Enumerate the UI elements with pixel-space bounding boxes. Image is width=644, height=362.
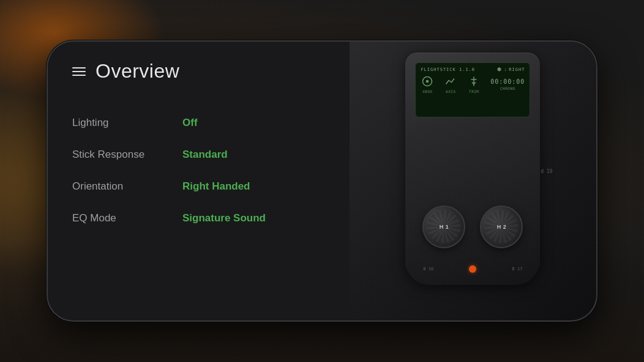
header: Overview [72,60,325,83]
trim-icon [468,76,479,87]
device-screen: FLIGHTSTICK 1.1.0 ⬢ ↓ RIGHT [415,62,530,117]
device-body: FLIGHTSTICK 1.1.0 ⬢ ↓ RIGHT [405,53,540,285]
hamburger-menu-button[interactable] [72,67,86,76]
setting-row-stick-response[interactable]: Stick Response Standard [72,139,325,171]
device-bottom: B 16 B 17 [405,265,540,273]
left-panel: Overview Lighting Off Stick Response Sta… [48,42,350,320]
settings-list: Lighting Off Stick Response Standard Ori… [72,107,325,234]
page-title: Overview [95,60,179,83]
svg-point-1 [426,80,429,83]
setting-label-stick-response: Stick Response [72,149,182,161]
setting-value-lighting: Off [182,117,198,129]
hamburger-line-3 [72,75,86,76]
setting-value-stick-response: Standard [182,149,228,161]
setting-label-eq-mode: EQ Mode [72,212,182,224]
setting-value-orientation: Right Handed [182,180,250,193]
device-screen-right: RIGHT [509,67,525,72]
phone-frame: Overview Lighting Off Stick Response Sta… [47,40,597,322]
device-container: FLIGHTSTICK 1.1.0 ⬢ ↓ RIGHT [387,53,558,309]
hamburger-line-2 [72,71,86,72]
setting-row-eq-mode[interactable]: EQ Mode Signature Sound [72,202,325,234]
chrono-display: 00:00:00 [490,78,525,85]
phone-side-button [47,169,48,193]
setting-value-eq-mode: Signature Sound [182,212,266,224]
bluetooth-icon: ⬢ [497,67,501,72]
device-menu-label-axis: AXIS [446,89,455,94]
device-menu-chrono: 00:00:00 CHRONO [490,78,525,90]
stick-h2-label: H 2 [497,224,507,230]
device-menu-label-chrono: CHRONO [500,86,515,90]
setting-label-lighting: Lighting [72,117,182,129]
xbox-icon [422,76,433,87]
phone-wrapper: Overview Lighting Off Stick Response Sta… [47,40,597,322]
hamburger-line-1 [72,67,86,68]
setting-label-orientation: Orientation [72,180,182,193]
device-right-number: d 19 [541,169,552,174]
phone-screen: Overview Lighting Off Stick Response Sta… [48,42,596,320]
device-screen-title: FLIGHTSTICK 1.1.0 [421,67,475,72]
stick-h1[interactable]: H 1 [422,205,465,248]
device-btn-b16: B 16 [423,267,433,272]
axis-icon-box [444,75,457,88]
device-menu-trim: TRIM [467,75,481,94]
xbox-icon-box [421,75,434,88]
stick-h1-label: H 1 [440,224,449,230]
setting-row-lighting[interactable]: Lighting Off [72,107,325,139]
right-panel: FLIGHTSTICK 1.1.0 ⬢ ↓ RIGHT [350,42,596,320]
axis-icon [445,76,456,87]
device-screen-icons: ⬢ ↓ RIGHT [497,67,525,72]
device-menu-label-xbox: XBOX [422,89,432,94]
device-sticks: H 1 H 2 [405,205,540,248]
device-screen-header: FLIGHTSTICK 1.1.0 ⬢ ↓ RIGHT [421,67,525,72]
setting-row-orientation[interactable]: Orientation Right Handed [72,171,325,202]
device-btn-b17: B 17 [512,267,522,272]
direction-icon: ↓ [504,67,506,72]
stick-h2[interactable]: H 2 [480,205,523,248]
device-menu-label-trim: TRIM [469,89,479,94]
device-screen-menu: XBOX AXIS [421,75,525,94]
device-menu-axis: AXIS [444,75,457,94]
orange-button[interactable] [469,265,476,273]
trim-icon-box [467,75,481,88]
device-menu-xbox: XBOX [421,75,434,94]
